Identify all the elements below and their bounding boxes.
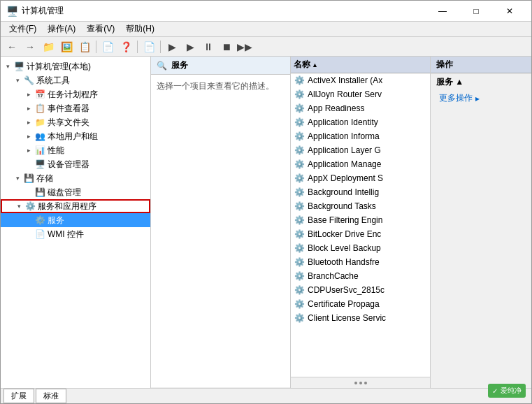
list-item[interactable]: ⚙️ Background Intellig <box>291 185 430 199</box>
service-name: Certificate Propaga <box>308 299 380 309</box>
main-area: ▾ 🖥️ 计算机管理(本地) ▾ 🔧 系统工具 ▸ 📅 任务计划程序 ▸ 📋 事… <box>1 57 531 388</box>
wmi-label: WMI 控件 <box>48 229 84 240</box>
close-button[interactable]: ✕ <box>494 1 526 22</box>
list-item[interactable]: ⚙️ AppX Deployment S <box>291 171 430 185</box>
tree-event-viewer[interactable]: ▸ 📋 事件查看器 <box>1 101 150 115</box>
list-item[interactable]: ⚙️ Application Informa <box>291 129 430 143</box>
service-name: Client License Servic <box>308 313 386 323</box>
service-name: BitLocker Drive Enc <box>308 229 381 239</box>
service-name: AllJoyn Router Serv <box>308 89 382 99</box>
list-item[interactable]: ⚙️ Block Level Backup <box>291 241 430 255</box>
middle-panel: 🔍 服务 选择一个项目来查看它的描述。 <box>151 57 291 388</box>
service-name: Base Filtering Engin <box>308 215 382 225</box>
tree-storage[interactable]: ▾ 💾 存储 <box>1 171 150 185</box>
tree-services-apps[interactable]: ▾ ⚙️ 服务和应用程序 <box>1 199 150 213</box>
tree-root[interactable]: ▾ 🖥️ 计算机管理(本地) <box>1 59 150 73</box>
svc-apps-icon: ⚙️ <box>24 201 36 212</box>
menu-view[interactable]: 查看(V) <box>81 22 120 36</box>
window-title: 计算机管理 <box>22 5 426 17</box>
status-bar: 扩展 标准 <box>1 388 531 403</box>
list-item[interactable]: ⚙️ BranchCache <box>291 269 430 283</box>
service-name: Application Informa <box>308 131 380 141</box>
service-icon: ⚙️ <box>294 243 305 254</box>
show-hide-button[interactable]: 🖼️ <box>58 39 75 55</box>
service-icon: ⚙️ <box>294 284 305 296</box>
services-panel: 名称 ▲ ⚙️ ActiveX Installer (Ax ⚙️ AllJoyn… <box>291 57 430 388</box>
tree-local-users[interactable]: ▸ 👥 本地用户和组 <box>1 129 150 143</box>
help-button[interactable]: ❓ <box>117 39 134 55</box>
export-button[interactable]: 📄 <box>141 39 157 55</box>
service-name: Application Layer G <box>308 145 381 155</box>
restart-button[interactable]: ▶▶ <box>236 39 253 55</box>
up-button[interactable]: 📁 <box>40 39 57 55</box>
service-icon: ⚙️ <box>294 159 305 170</box>
list-item[interactable]: ⚙️ Client License Servic <box>291 311 430 325</box>
tree-device-manager[interactable]: ▸ 🖥️ 设备管理器 <box>1 157 150 171</box>
maximize-button[interactable]: □ <box>460 1 492 22</box>
tree-performance[interactable]: ▸ 📊 性能 <box>1 143 150 157</box>
tree-panel: ▾ 🖥️ 计算机管理(本地) ▾ 🔧 系统工具 ▸ 📅 任务计划程序 ▸ 📋 事… <box>1 57 151 388</box>
actions-title: 操作 <box>436 59 453 71</box>
middle-header: 🔍 服务 <box>151 57 290 75</box>
tab-expand[interactable]: 扩展 <box>3 389 34 403</box>
forward-button[interactable]: → <box>22 39 38 55</box>
name-col-label: 名称 <box>294 59 310 71</box>
users-label: 本地用户和组 <box>48 131 98 143</box>
menu-action[interactable]: 操作(A) <box>42 22 81 36</box>
copy-button[interactable]: 📋 <box>76 39 93 55</box>
pause-button[interactable]: ⏸ <box>200 39 217 55</box>
list-item[interactable]: ⚙️ App Readiness <box>291 101 430 115</box>
tree-disk-management[interactable]: ▸ 💾 磁盘管理 <box>1 185 150 199</box>
list-item[interactable]: ⚙️ CDPUserSvc_2815c <box>291 283 430 297</box>
tree-services[interactable]: ▸ ⚙️ 服务 <box>1 213 150 227</box>
tree-task-scheduler[interactable]: ▸ 📅 任务计划程序 <box>1 87 150 101</box>
menu-file[interactable]: 文件(F) <box>3 22 42 36</box>
list-item[interactable]: ⚙️ ActiveX Installer (Ax <box>291 73 430 87</box>
service-icon: ⚙️ <box>294 298 305 310</box>
list-item[interactable]: ⚙️ Certificate Propaga <box>291 297 430 311</box>
event-icon: 📋 <box>34 103 45 114</box>
tree-system-tools[interactable]: ▾ 🔧 系统工具 <box>1 73 150 87</box>
system-tools-arrow: ▾ <box>12 73 23 87</box>
more-actions-link[interactable]: 更多操作 ▸ <box>431 91 531 106</box>
service-icon: ⚙️ <box>294 187 305 198</box>
menu-help[interactable]: 帮助(H) <box>120 22 160 36</box>
users-arrow: ▸ <box>23 129 34 143</box>
service-icon: ⚙️ <box>294 270 305 282</box>
list-item[interactable]: ⚙️ Application Identity <box>291 115 430 129</box>
search-icon: 🔍 <box>157 61 167 71</box>
list-item[interactable]: ⚙️ Application Layer G <box>291 143 430 157</box>
tree-wmi[interactable]: ▸ 📄 WMI 控件 <box>1 227 150 241</box>
users-icon: 👥 <box>34 131 45 142</box>
service-name: Background Tasks <box>308 201 376 211</box>
play-button[interactable]: ▶ <box>164 39 180 55</box>
properties-button[interactable]: 📄 <box>99 39 116 55</box>
wmi-icon: 📄 <box>34 229 45 240</box>
tab-standard[interactable]: 标准 <box>36 389 66 403</box>
middle-title: 服务 <box>171 59 188 71</box>
service-icon: ⚙️ <box>294 257 305 268</box>
service-name: AppX Deployment S <box>308 173 383 183</box>
svc-apps-arrow: ▾ <box>13 199 24 213</box>
shared-icon: 📁 <box>34 117 45 128</box>
disk-label: 磁盘管理 <box>48 187 81 199</box>
perf-arrow: ▸ <box>23 143 34 157</box>
list-item[interactable]: ⚙️ Bluetooth Handsfre <box>291 255 430 269</box>
stop-button[interactable]: ⏹ <box>218 39 235 55</box>
tree-shared-folders[interactable]: ▸ 📁 共享文件夹 <box>1 115 150 129</box>
minimize-button[interactable]: — <box>426 1 459 22</box>
service-icon: ⚙️ <box>294 89 305 100</box>
actions-panel: 操作 服务 ▲ 更多操作 ▸ <box>430 57 531 388</box>
more-actions-arrow: ▸ <box>475 94 480 103</box>
list-item[interactable]: ⚙️ Background Tasks <box>291 199 430 213</box>
services-list: ⚙️ ActiveX Installer (Ax ⚙️ AllJoyn Rout… <box>291 73 430 377</box>
list-item[interactable]: ⚙️ AllJoyn Router Serv <box>291 87 430 101</box>
list-item[interactable]: ⚙️ Base Filtering Engin <box>291 213 430 227</box>
list-item[interactable]: ⚙️ BitLocker Drive Enc <box>291 227 430 241</box>
back-button[interactable]: ← <box>3 39 20 55</box>
list-item[interactable]: ⚙️ Application Manage <box>291 157 430 171</box>
computer-icon: 🖥️ <box>13 61 24 72</box>
play2-button[interactable]: ▶ <box>182 39 199 55</box>
services-column-header[interactable]: 名称 ▲ <box>291 57 430 73</box>
menu-bar: 文件(F) 操作(A) 查看(V) 帮助(H) <box>1 22 531 37</box>
